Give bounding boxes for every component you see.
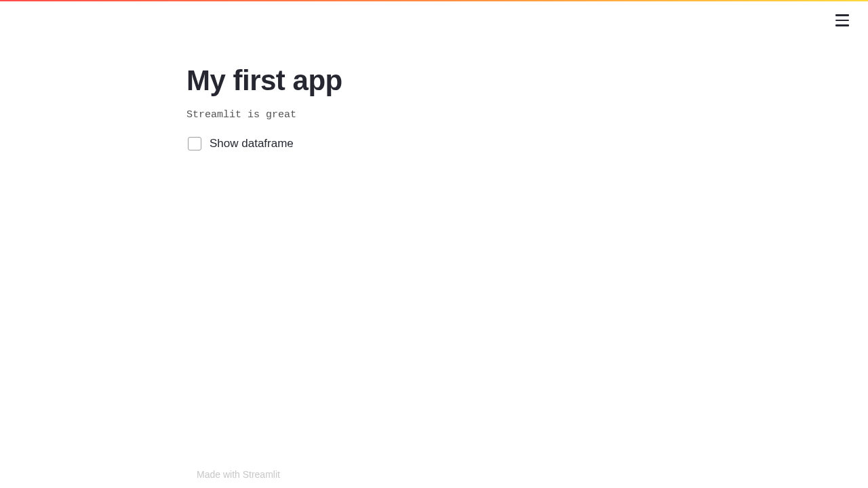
page-title: My first app (186, 64, 682, 97)
checkbox-label: Show dataframe (210, 137, 294, 150)
footer-text: Made with Streamlit (197, 469, 280, 480)
main-content: My first app Streamlit is great Show dat… (186, 0, 682, 150)
hamburger-menu-icon[interactable] (835, 12, 852, 28)
show-dataframe-checkbox[interactable]: Show dataframe (186, 137, 682, 150)
top-accent-bar (0, 0, 868, 1)
subtitle-text: Streamlit is great (186, 109, 682, 121)
checkbox-icon (188, 137, 201, 150)
